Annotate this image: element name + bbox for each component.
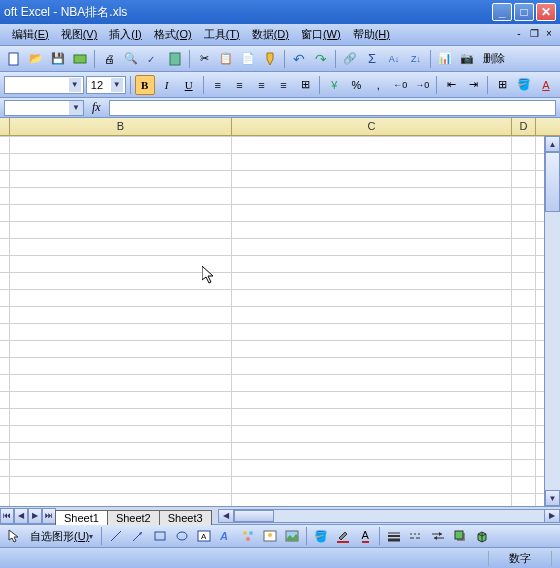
copy-button[interactable]: 📋: [216, 49, 236, 69]
scroll-left-button[interactable]: ◀: [218, 509, 234, 523]
fill-color-draw-button[interactable]: 🪣: [311, 526, 331, 546]
menu-window[interactable]: 窗口(W): [295, 25, 347, 44]
autoshapes-button[interactable]: 自选图形(U) ▾: [26, 526, 97, 546]
sort-desc-button[interactable]: Z↓: [406, 49, 426, 69]
save-button[interactable]: 💾: [48, 49, 68, 69]
menu-data[interactable]: 数据(D): [246, 25, 295, 44]
new-button[interactable]: [4, 49, 24, 69]
font-size-combo[interactable]: 12▼: [86, 76, 126, 94]
font-color-button[interactable]: A: [536, 75, 556, 95]
print-preview-button[interactable]: 🔍: [121, 49, 141, 69]
line-button[interactable]: [106, 526, 126, 546]
rectangle-button[interactable]: [150, 526, 170, 546]
merge-center-button[interactable]: ⊞: [295, 75, 315, 95]
align-right-button[interactable]: ≡: [252, 75, 272, 95]
vertical-scrollbar[interactable]: ▲ ▼: [544, 136, 560, 506]
column-header-b[interactable]: B: [10, 118, 232, 135]
wordart-button[interactable]: A: [216, 526, 236, 546]
hscroll-thumb[interactable]: [234, 510, 274, 522]
decrease-decimal-button[interactable]: →0: [412, 75, 432, 95]
formula-input[interactable]: [109, 100, 556, 116]
undo-button[interactable]: ↶: [289, 49, 309, 69]
align-justify-button[interactable]: ≡: [273, 75, 293, 95]
menu-tools[interactable]: 工具(T): [198, 25, 246, 44]
currency-button[interactable]: ¥: [324, 75, 344, 95]
dash-style-button[interactable]: [406, 526, 426, 546]
redo-button[interactable]: ↷: [311, 49, 331, 69]
bold-button[interactable]: B: [135, 75, 155, 95]
tab-last-button[interactable]: ⏭: [42, 508, 56, 524]
tab-next-button[interactable]: ▶: [28, 508, 42, 524]
column-header-d[interactable]: D: [512, 118, 536, 135]
fill-color-button[interactable]: 🪣: [514, 75, 534, 95]
print-button[interactable]: 🖨: [99, 49, 119, 69]
select-all-corner[interactable]: [0, 118, 10, 136]
svg-point-15: [268, 533, 272, 537]
permission-button[interactable]: [70, 49, 90, 69]
align-center-button[interactable]: ≡: [230, 75, 250, 95]
font-name-combo[interactable]: ▼: [4, 76, 84, 94]
scroll-right-button[interactable]: ▶: [544, 509, 560, 523]
delete-button[interactable]: 删除: [479, 49, 509, 69]
oval-button[interactable]: [172, 526, 192, 546]
research-button[interactable]: [165, 49, 185, 69]
tab-first-button[interactable]: ⏮: [0, 508, 14, 524]
menu-insert[interactable]: 插入(I): [103, 25, 147, 44]
hyperlink-button[interactable]: 🔗: [340, 49, 360, 69]
line-color-button[interactable]: [333, 526, 353, 546]
minimize-button[interactable]: _: [492, 3, 512, 21]
textbox-button[interactable]: A: [194, 526, 214, 546]
fx-button[interactable]: fx: [88, 100, 105, 115]
scroll-down-button[interactable]: ▼: [545, 490, 560, 506]
sort-asc-button[interactable]: A↓: [384, 49, 404, 69]
paste-button[interactable]: 📄: [238, 49, 258, 69]
decrease-indent-button[interactable]: ⇤: [441, 75, 461, 95]
arrow-button[interactable]: [128, 526, 148, 546]
align-justify-icon: ≡: [280, 79, 286, 91]
3d-button[interactable]: [472, 526, 492, 546]
clipart-button[interactable]: [260, 526, 280, 546]
sheet-tab-3[interactable]: Sheet3: [159, 510, 212, 525]
scroll-thumb[interactable]: [545, 152, 560, 212]
underline-button[interactable]: U: [179, 75, 199, 95]
align-left-button[interactable]: ≡: [208, 75, 228, 95]
shadow-button[interactable]: [450, 526, 470, 546]
select-objects-button[interactable]: [4, 526, 24, 546]
italic-button[interactable]: I: [157, 75, 177, 95]
cell-grid[interactable]: [0, 136, 544, 506]
doc-close-button[interactable]: ×: [542, 28, 556, 42]
paste-icon: 📄: [241, 52, 255, 65]
menu-format[interactable]: 格式(O): [148, 25, 198, 44]
chart-wizard-button[interactable]: 📊: [435, 49, 455, 69]
menu-edit[interactable]: 编辑(E): [6, 25, 55, 44]
menu-help[interactable]: 帮助(H): [347, 25, 396, 44]
font-color-draw-button[interactable]: A: [355, 526, 375, 546]
format-painter-button[interactable]: [260, 49, 280, 69]
diagram-button[interactable]: [238, 526, 258, 546]
menu-view[interactable]: 视图(V): [55, 25, 104, 44]
tab-prev-button[interactable]: ◀: [14, 508, 28, 524]
doc-restore-button[interactable]: ❐: [527, 28, 541, 42]
camera-button[interactable]: 📷: [457, 49, 477, 69]
horizontal-scrollbar[interactable]: ◀ ▶: [218, 509, 560, 523]
increase-decimal-button[interactable]: ←0: [390, 75, 410, 95]
comma-button[interactable]: ,: [368, 75, 388, 95]
name-box[interactable]: ▼: [4, 100, 84, 116]
cut-button[interactable]: ✂: [194, 49, 214, 69]
sheet-tab-2[interactable]: Sheet2: [107, 510, 160, 525]
scroll-up-button[interactable]: ▲: [545, 136, 560, 152]
picture-button[interactable]: [282, 526, 302, 546]
column-header-c[interactable]: C: [232, 118, 512, 135]
increase-indent-button[interactable]: ⇥: [463, 75, 483, 95]
percent-button[interactable]: %: [346, 75, 366, 95]
borders-button[interactable]: ⊞: [492, 75, 512, 95]
doc-minimize-button[interactable]: -: [512, 28, 526, 42]
close-button[interactable]: ✕: [536, 3, 556, 21]
arrow-style-button[interactable]: [428, 526, 448, 546]
autosum-button[interactable]: Σ: [362, 49, 382, 69]
spelling-button[interactable]: ✓: [143, 49, 163, 69]
sheet-tab-1[interactable]: Sheet1: [55, 510, 108, 525]
open-button[interactable]: 📂: [26, 49, 46, 69]
line-style-button[interactable]: [384, 526, 404, 546]
maximize-button[interactable]: □: [514, 3, 534, 21]
